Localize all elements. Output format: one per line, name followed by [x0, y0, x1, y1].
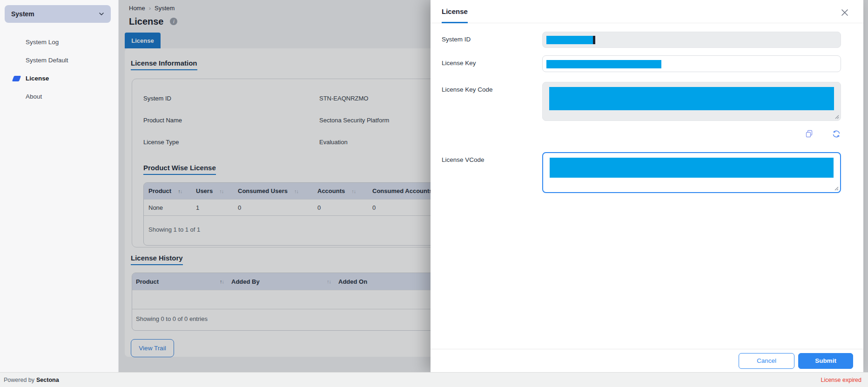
system-id-field[interactable]: [542, 32, 841, 48]
sidebar: System System Log System Default License…: [0, 0, 119, 372]
license-vcode-label: License VCode: [442, 152, 542, 193]
text-cursor: [593, 36, 595, 44]
active-tab-underline: [442, 22, 468, 23]
chevron-down-icon: [99, 11, 104, 17]
license-status-text: License expired: [821, 377, 861, 383]
license-key-label: License Key: [442, 55, 542, 72]
sidebar-items: System Log System Default License About: [0, 33, 118, 106]
sidebar-item-label: About: [26, 93, 42, 100]
powered-by-text: Powered by: [4, 377, 34, 383]
license-key-code-label: License Key Code: [442, 82, 542, 139]
sidebar-item-about[interactable]: About: [0, 87, 118, 106]
license-vcode-textarea[interactable]: [542, 152, 841, 193]
resize-handle[interactable]: [834, 186, 839, 191]
sidebar-item-label: System Log: [26, 39, 59, 46]
sidebar-item-system-default[interactable]: System Default: [0, 51, 118, 69]
app-footer: Powered bySectona License expired: [0, 372, 868, 387]
sidebar-item-label: System Default: [26, 57, 68, 64]
app-root: System System Log System Default License…: [0, 0, 868, 387]
submit-button[interactable]: Submit: [798, 353, 853, 369]
sidebar-item-label: License: [26, 75, 49, 82]
brand-name: Sectona: [36, 377, 59, 383]
copy-icon[interactable]: [805, 129, 814, 139]
drawer-title: License: [442, 7, 468, 15]
redacted-value: [546, 36, 593, 44]
cancel-button[interactable]: Cancel: [739, 353, 794, 369]
sidebar-section-label: System: [11, 10, 34, 18]
key-code-actions: [542, 129, 841, 139]
active-item-icon: [12, 76, 21, 81]
refresh-icon[interactable]: [832, 129, 841, 139]
system-id-label: System ID: [442, 32, 542, 48]
redacted-value: [550, 158, 834, 178]
drawer-footer: Cancel Submit: [431, 349, 863, 372]
redacted-value: [546, 60, 661, 68]
close-icon[interactable]: [840, 8, 849, 17]
drawer-header: License: [431, 0, 863, 23]
sidebar-section-system[interactable]: System: [5, 5, 111, 23]
sidebar-item-license[interactable]: License: [0, 69, 118, 87]
sidebar-item-system-log[interactable]: System Log: [0, 33, 118, 51]
powered-by: Powered bySectona: [4, 377, 59, 383]
resize-handle[interactable]: [834, 114, 839, 119]
redacted-value: [549, 87, 834, 110]
license-drawer: License System ID License Key: [431, 0, 863, 372]
license-key-field[interactable]: [542, 55, 841, 72]
license-key-code-textarea[interactable]: [542, 82, 841, 121]
